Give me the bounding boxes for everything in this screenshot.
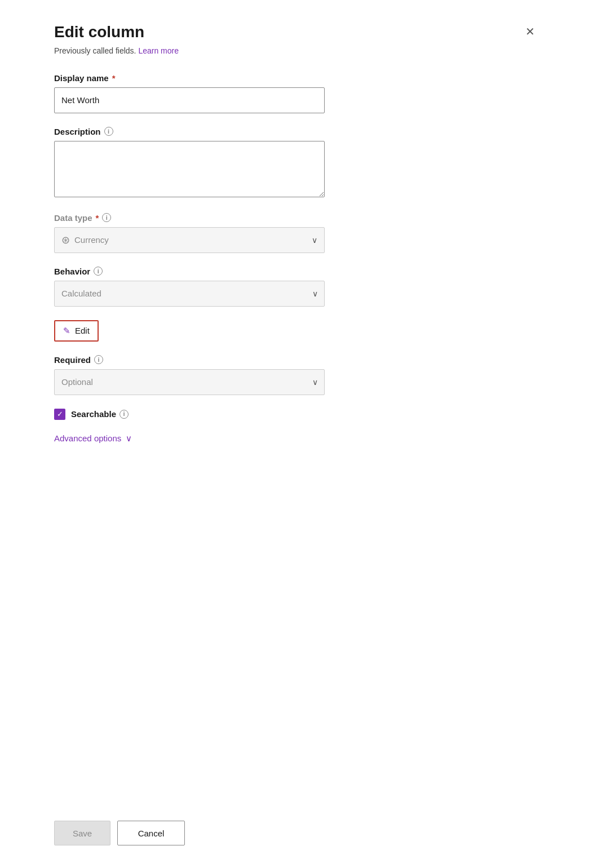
- behavior-label: Behavior i: [54, 267, 539, 276]
- behavior-select[interactable]: Calculated: [54, 281, 325, 307]
- required-group: Required i Optional ∨: [54, 355, 539, 395]
- advanced-options-label: Advanced options: [54, 433, 121, 443]
- edit-button[interactable]: ✎ Edit: [54, 320, 99, 342]
- searchable-row: ✓ Searchable i: [54, 409, 539, 420]
- data-type-info-icon[interactable]: i: [102, 213, 111, 222]
- display-name-group: Display name *: [54, 73, 539, 113]
- required-info-icon[interactable]: i: [94, 355, 103, 364]
- searchable-label: Searchable i: [71, 409, 129, 419]
- required-select-wrapper: Optional ∨: [54, 369, 325, 395]
- description-group: Description i: [54, 127, 539, 200]
- data-type-group: Data type * i ⊛ Currency ∨: [54, 213, 539, 253]
- behavior-group: Behavior i Calculated ∨: [54, 267, 539, 307]
- display-name-label: Display name *: [54, 73, 539, 83]
- data-type-select[interactable]: ⊛ Currency ∨: [54, 227, 325, 253]
- display-name-input[interactable]: [54, 87, 325, 113]
- behavior-select-wrapper: Calculated ∨: [54, 281, 325, 307]
- required-label: Required i: [54, 355, 539, 365]
- searchable-checkbox[interactable]: ✓: [54, 409, 65, 420]
- panel-header: Edit column ✕: [54, 23, 539, 42]
- required-star: *: [112, 73, 116, 83]
- currency-icon: ⊛: [61, 234, 70, 246]
- pencil-icon: ✎: [63, 326, 70, 336]
- edit-button-label: Edit: [75, 326, 90, 335]
- data-type-select-wrapper: ⊛ Currency ∨: [54, 227, 325, 253]
- description-label: Description i: [54, 127, 539, 136]
- checkmark-icon: ✓: [57, 410, 63, 418]
- close-button[interactable]: ✕: [521, 23, 539, 41]
- close-icon: ✕: [525, 26, 535, 37]
- searchable-info-icon[interactable]: i: [120, 410, 129, 419]
- description-info-icon[interactable]: i: [104, 127, 113, 136]
- data-type-required-star: *: [96, 213, 99, 223]
- description-textarea[interactable]: [54, 141, 325, 197]
- behavior-info-icon[interactable]: i: [94, 267, 103, 276]
- advanced-options-section: Advanced options ∨: [54, 433, 539, 444]
- required-select[interactable]: Optional: [54, 369, 325, 395]
- advanced-options-chevron-icon: ∨: [126, 433, 132, 444]
- data-type-chevron-icon: ∨: [312, 236, 317, 245]
- advanced-options-button[interactable]: Advanced options ∨: [54, 433, 132, 444]
- panel-title: Edit column: [54, 23, 144, 42]
- spacer: [54, 444, 539, 798]
- learn-more-link[interactable]: Learn more: [138, 46, 179, 55]
- edit-button-group: ✎ Edit: [54, 320, 539, 342]
- data-type-value: Currency: [74, 235, 109, 245]
- footer: Save Cancel: [54, 798, 539, 845]
- cancel-button[interactable]: Cancel: [117, 821, 185, 845]
- edit-column-panel: Edit column ✕ Previously called fields. …: [37, 0, 556, 868]
- data-type-label: Data type * i: [54, 213, 539, 223]
- subtitle: Previously called fields. Learn more: [54, 46, 539, 55]
- save-button[interactable]: Save: [54, 821, 110, 845]
